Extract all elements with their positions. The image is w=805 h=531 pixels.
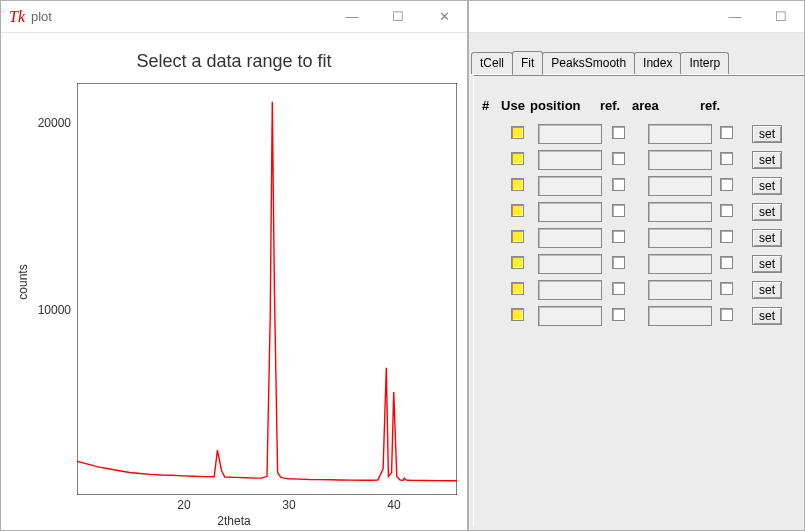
ref-checkbox[interactable] [612,308,625,321]
close-button[interactable]: ✕ [421,1,467,32]
area-input[interactable] [648,228,712,248]
area-input[interactable] [648,280,712,300]
area-input[interactable] [648,254,712,274]
table-row: set [480,277,798,303]
x-axis-label: 2theta [1,514,467,528]
ref-checkbox[interactable] [612,178,625,191]
position-input[interactable] [538,202,602,222]
tab-index[interactable]: Index [634,52,681,74]
tk-icon: Tk [9,8,25,26]
use-checkbox[interactable] [511,152,524,165]
plot-title: Select a data range to fit [1,51,467,72]
set-button[interactable]: set [752,125,782,143]
use-checkbox[interactable] [511,126,524,139]
panel-minimize-button[interactable]: — [712,1,758,32]
set-button[interactable]: set [752,281,782,299]
header-ref1: ref. [598,98,630,113]
ref-checkbox[interactable] [612,256,625,269]
position-input[interactable] [538,280,602,300]
plot-titlebar[interactable]: Tk plot — ☐ ✕ [1,1,467,33]
tabs: tCellFitPeaksSmoothIndexInterp [469,49,804,75]
area-input[interactable] [648,306,712,326]
set-button[interactable]: set [752,307,782,325]
maximize-button[interactable]: ☐ [375,1,421,32]
ref-checkbox[interactable] [720,282,733,295]
plot-body[interactable]: Select a data range to fit counts 2theta… [1,33,467,530]
area-input[interactable] [648,150,712,170]
chart-svg [77,83,457,495]
ref-checkbox[interactable] [612,282,625,295]
use-checkbox[interactable] [511,308,524,321]
use-checkbox[interactable] [511,204,524,217]
x-tick-20: 20 [177,498,190,512]
use-checkbox[interactable] [511,256,524,269]
peak-table: # Use position ref. area ref. setsetsets… [480,94,798,329]
area-input[interactable] [648,202,712,222]
position-input[interactable] [538,150,602,170]
window-controls: — ☐ ✕ [329,1,467,32]
plot-window-title: plot [31,9,329,24]
ref-checkbox[interactable] [720,178,733,191]
area-input[interactable] [648,176,712,196]
x-tick-30: 30 [282,498,295,512]
header-position: position [528,98,598,113]
set-button[interactable]: set [752,151,782,169]
x-tick-40: 40 [387,498,400,512]
y-tick-20000: 20000 [31,116,71,130]
table-header-row: # Use position ref. area ref. [480,94,798,121]
tab-fit[interactable]: Fit [512,51,543,75]
position-input[interactable] [538,176,602,196]
panel-window: — ☐ tCellFitPeaksSmoothIndexInterp # Use… [468,0,805,531]
ref-checkbox[interactable] [612,152,625,165]
set-button[interactable]: set [752,177,782,195]
tab-tcell[interactable]: tCell [471,52,513,74]
ref-checkbox[interactable] [720,204,733,217]
use-checkbox[interactable] [511,178,524,191]
header-area: area [630,98,698,113]
header-ref2: ref. [698,98,726,113]
table-row: set [480,251,798,277]
ref-checkbox[interactable] [720,152,733,165]
table-row: set [480,303,798,329]
use-checkbox[interactable] [511,230,524,243]
tab-peaks[interactable]: PeaksSmooth [542,52,635,74]
table-row: set [480,121,798,147]
app-root: Tk plot — ☐ ✕ Select a data range to fit… [0,0,805,531]
position-input[interactable] [538,306,602,326]
position-input[interactable] [538,254,602,274]
panel-titlebar[interactable]: — ☐ [469,1,804,33]
data-line [77,102,457,481]
ref-checkbox[interactable] [612,126,625,139]
table-row: set [480,199,798,225]
position-input[interactable] [538,228,602,248]
set-button[interactable]: set [752,255,782,273]
table-row: set [480,147,798,173]
use-checkbox[interactable] [511,282,524,295]
set-button[interactable]: set [752,229,782,247]
header-use: Use [498,98,528,113]
minimize-button[interactable]: — [329,1,375,32]
header-set [726,98,766,113]
header-num: # [480,98,498,113]
ref-checkbox[interactable] [612,204,625,217]
ref-checkbox[interactable] [720,308,733,321]
ref-checkbox[interactable] [612,230,625,243]
position-input[interactable] [538,124,602,144]
panel-window-controls: — ☐ [712,1,804,32]
panel-maximize-button[interactable]: ☐ [758,1,804,32]
table-row: set [480,173,798,199]
ref-checkbox[interactable] [720,230,733,243]
fit-tab-content: # Use position ref. area ref. setsetsets… [473,75,804,526]
y-axis-label: counts [16,264,30,299]
area-input[interactable] [648,124,712,144]
ref-checkbox[interactable] [720,256,733,269]
tab-interp[interactable]: Interp [680,52,729,74]
set-button[interactable]: set [752,203,782,221]
table-row: set [480,225,798,251]
y-tick-10000: 10000 [31,303,71,317]
plot-window: Tk plot — ☐ ✕ Select a data range to fit… [0,0,468,531]
ref-checkbox[interactable] [720,126,733,139]
